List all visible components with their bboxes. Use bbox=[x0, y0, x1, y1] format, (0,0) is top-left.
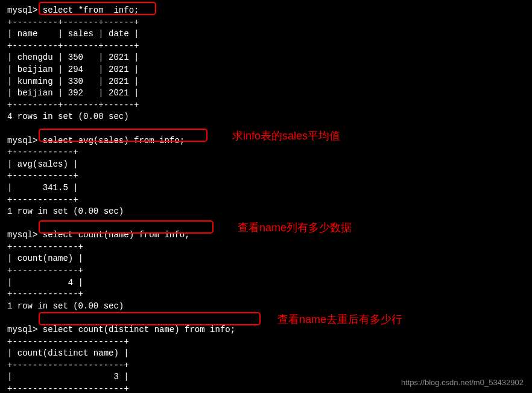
blank-line bbox=[7, 123, 525, 135]
table-border: +----------------------+ bbox=[7, 360, 525, 372]
prompt: mysql> bbox=[7, 136, 37, 145]
prompt: mysql> bbox=[7, 230, 37, 240]
table-border: +-------------+ bbox=[7, 241, 525, 254]
table-border: +----------------------+ bbox=[7, 336, 525, 348]
table-row: | beijian | 392 | 2021 | bbox=[7, 88, 525, 100]
table-border: +------------+ bbox=[7, 170, 525, 182]
prompt: mysql> bbox=[7, 325, 37, 334]
watermark: https://blog.csdn.net/m0_53432902 bbox=[401, 377, 524, 388]
result-footer: 4 rows in set (0.00 sec) bbox=[7, 111, 525, 123]
table-border: +-------------+ bbox=[7, 289, 525, 301]
prompt: mysql> bbox=[7, 5, 37, 15]
query2-line: mysql> select avg(sales) from info; bbox=[7, 135, 525, 147]
table-value: | 4 | bbox=[7, 277, 525, 289]
table-border: +------------+ bbox=[7, 147, 525, 159]
table-border: +---------+-------+------+ bbox=[7, 100, 525, 112]
table-border: +---------+-------+------+ bbox=[7, 17, 525, 29]
table-header: | count(distinct name) | bbox=[7, 348, 525, 360]
blank-line bbox=[7, 218, 525, 230]
query1-text: select *from info; bbox=[43, 5, 139, 15]
table-header: | avg(sales) | bbox=[7, 159, 525, 171]
query2-text: select avg(sales) from info; bbox=[43, 136, 185, 145]
table-row: | kunming | 330 | 2021 | bbox=[7, 76, 525, 88]
table-value: | 341.5 | bbox=[7, 182, 525, 194]
query1-line: mysql> select *from info; bbox=[7, 5, 525, 17]
table-border: +------------+ bbox=[7, 194, 525, 206]
query3-line: mysql> select count(name) from info; bbox=[7, 229, 525, 241]
terminal-output: mysql> select *from info; +---------+---… bbox=[7, 5, 525, 393]
table-border: +---------+-------+------+ bbox=[7, 40, 525, 53]
query4-line: mysql> select count(distinct name) from … bbox=[7, 324, 525, 336]
blank-line bbox=[7, 312, 525, 324]
result-footer: 1 row in set (0.00 sec) bbox=[7, 206, 525, 218]
result-footer: 1 row in set (0.00 sec) bbox=[7, 301, 525, 313]
query4-text: select count(distinct name) from info; bbox=[43, 325, 235, 334]
table-border: +-------------+ bbox=[7, 265, 525, 277]
query3-text: select count(name) from info; bbox=[43, 230, 190, 240]
table-row: | chengdu | 350 | 2021 | bbox=[7, 52, 525, 64]
table-header: | count(name) | bbox=[7, 253, 525, 265]
table-header: | name | sales | date | bbox=[7, 28, 525, 40]
table-row: | beijian | 294 | 2021 | bbox=[7, 64, 525, 76]
